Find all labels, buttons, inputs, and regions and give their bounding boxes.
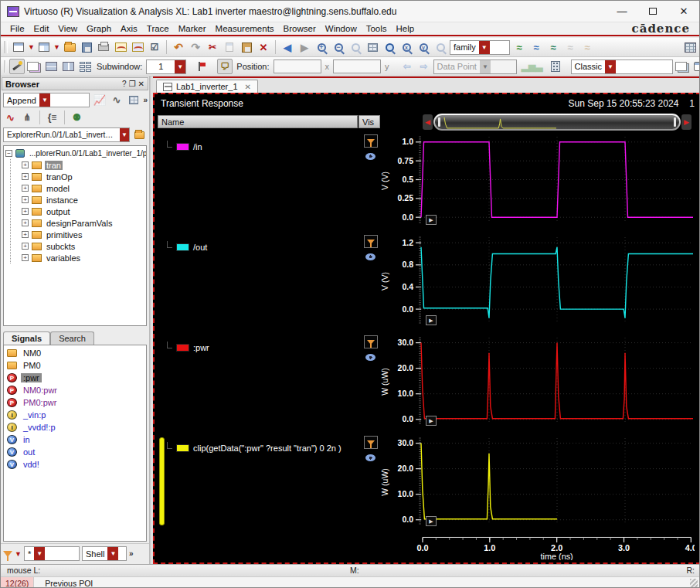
tree-item[interactable]: + instance: [22, 194, 144, 206]
open-icon[interactable]: [62, 39, 77, 55]
expand-icon[interactable]: +: [22, 243, 29, 250]
combine-traces-icon[interactable]: ≈: [579, 39, 595, 55]
trace-plot[interactable]: 0.010.020.030.0W (uW): [380, 436, 695, 529]
signal-list-item[interactable]: vdd!: [5, 458, 144, 471]
toolbar-grip[interactable]: [4, 41, 8, 53]
results-dropdown-icon[interactable]: ▼: [120, 128, 129, 141]
name-column-header[interactable]: Name: [158, 115, 358, 128]
trace-filter-box[interactable]: [364, 335, 378, 348]
graph-canvas[interactable]: Transient Response Sun Sep 15 20:55:23 2…: [153, 93, 700, 564]
menu-item[interactable]: Tools: [362, 24, 392, 33]
signal-list-item[interactable]: _vvdd!:p: [5, 421, 144, 433]
horizontal-split-icon[interactable]: [43, 59, 59, 74]
graph-tab-close-icon[interactable]: ✕: [245, 83, 251, 91]
histogram-icon[interactable]: ▂▅▃: [525, 59, 540, 74]
datapoint-select[interactable]: Data Point ▼: [433, 59, 517, 74]
tab-signals[interactable]: Signals: [3, 331, 50, 345]
tree-item[interactable]: + tran: [22, 159, 144, 171]
window-options-icon[interactable]: [692, 59, 700, 74]
signal-list-item[interactable]: out: [5, 446, 144, 458]
maximize-button[interactable]: [637, 1, 668, 22]
strip-play-icon[interactable]: ▶: [426, 315, 437, 325]
trace-label[interactable]: :pwr: [193, 343, 209, 352]
new-subwindow-icon[interactable]: [36, 39, 52, 55]
subwindow-select[interactable]: 1 ▼: [146, 59, 186, 74]
redo-icon[interactable]: ↷: [188, 39, 203, 55]
delete-icon[interactable]: ✕: [256, 39, 271, 55]
expand-icon[interactable]: +: [22, 208, 29, 215]
shell-dropdown-icon[interactable]: ▼: [107, 547, 118, 560]
cut-icon[interactable]: ✂: [205, 39, 220, 55]
cards-icon[interactable]: [26, 59, 42, 74]
cascade-windows-icon[interactable]: [675, 59, 690, 74]
next-view-icon[interactable]: ▶: [297, 39, 312, 55]
zoom-window-icon[interactable]: [382, 39, 397, 55]
panel-help-icon[interactable]: ?: [122, 80, 127, 88]
wave-tool-icon[interactable]: ∿: [3, 110, 18, 124]
x-range-scrollbar[interactable]: ◀ ▶: [423, 114, 692, 131]
undo-icon[interactable]: ↶: [171, 39, 186, 55]
trace-filter-box[interactable]: [364, 134, 378, 148]
filter-funnel-icon[interactable]: [3, 551, 12, 557]
overlay-traces-icon[interactable]: ≈: [528, 39, 544, 55]
signal-list-item[interactable]: _vin:p: [5, 409, 144, 421]
add-strip-icon[interactable]: ≈: [562, 39, 578, 55]
menu-item[interactable]: Measurements: [211, 24, 279, 33]
new-subwindow-dropdown-icon[interactable]: ▼: [53, 40, 60, 54]
table-icon[interactable]: [682, 39, 698, 55]
trace-label[interactable]: /out: [193, 243, 207, 252]
menu-item[interactable]: Trace: [142, 24, 174, 33]
trace-swatch[interactable]: [176, 444, 189, 452]
signal-list-item[interactable]: in: [5, 433, 144, 446]
trace-label[interactable]: clip(getData(":pwr" ?result "tran") 0 2n…: [193, 444, 342, 453]
grid-layout-icon[interactable]: [77, 59, 93, 74]
open-results-icon[interactable]: [132, 128, 147, 142]
vis-column-header[interactable]: Vis: [358, 115, 380, 128]
expand-icon[interactable]: +: [22, 196, 29, 203]
tree-item[interactable]: + tranOp: [22, 171, 144, 182]
calculator-icon[interactable]: [548, 59, 563, 74]
expand-icon[interactable]: +: [22, 185, 29, 192]
tree-item[interactable]: + output: [22, 206, 144, 217]
visibility-eye-icon[interactable]: [365, 253, 375, 260]
tree-item[interactable]: + primitives: [22, 229, 144, 240]
zoom-in-icon[interactable]: +: [314, 39, 329, 55]
replace-plot-icon[interactable]: ∿: [109, 93, 124, 107]
export-table-icon[interactable]: [126, 93, 141, 107]
tab-search[interactable]: Search: [50, 331, 94, 345]
split-trace-icon[interactable]: ⋔: [20, 110, 35, 124]
swap-sweep-icon[interactable]: ≈: [511, 39, 527, 55]
expression-icon[interactable]: {≡: [45, 110, 59, 124]
append-dropdown-icon[interactable]: ▼: [39, 93, 50, 107]
strip-play-icon[interactable]: ▶: [426, 416, 437, 426]
position-x-input[interactable]: [274, 59, 321, 73]
filter-pattern-select[interactable]: * ▼: [24, 546, 80, 561]
tree-root-row[interactable]: − ...plorerRun.0/1/Lab1_inverter_1/psf: [5, 148, 144, 159]
trace-swatch[interactable]: [176, 243, 189, 251]
expand-icon[interactable]: +: [22, 231, 29, 238]
visibility-eye-icon[interactable]: [365, 354, 375, 361]
stack-traces-icon[interactable]: ≈: [545, 39, 561, 55]
trace-plot[interactable]: 0.010.020.030.0W (uW): [380, 335, 695, 428]
edit-graph-icon[interactable]: ☑: [147, 39, 162, 55]
trace-swatch[interactable]: [176, 143, 189, 151]
strip-play-icon[interactable]: ▶: [426, 516, 437, 526]
save-icon[interactable]: [79, 39, 94, 55]
trace-swatch[interactable]: [176, 344, 189, 352]
wand-icon[interactable]: [9, 59, 25, 74]
tree-item[interactable]: + variables: [22, 252, 144, 263]
zoom-sel-icon[interactable]: [433, 39, 448, 55]
menu-item[interactable]: Marker: [174, 24, 211, 33]
visibility-eye-icon[interactable]: [365, 153, 375, 160]
position-y-input[interactable]: [333, 59, 381, 73]
print-icon[interactable]: [96, 39, 111, 55]
signal-list-item[interactable]: NM0: [5, 347, 144, 359]
collapse-icon[interactable]: −: [5, 150, 12, 157]
browser-panel-header[interactable]: Browser ? ❐ ✕: [2, 77, 148, 90]
menu-item[interactable]: Graph: [82, 24, 116, 33]
append-mode-select[interactable]: Append ▼: [3, 93, 90, 107]
toolbar-grip[interactable]: [4, 60, 6, 73]
label-icon[interactable]: 🗩: [217, 59, 233, 74]
signal-list-item[interactable]: PM0: [5, 359, 144, 372]
trace-filter-box[interactable]: [364, 436, 378, 449]
